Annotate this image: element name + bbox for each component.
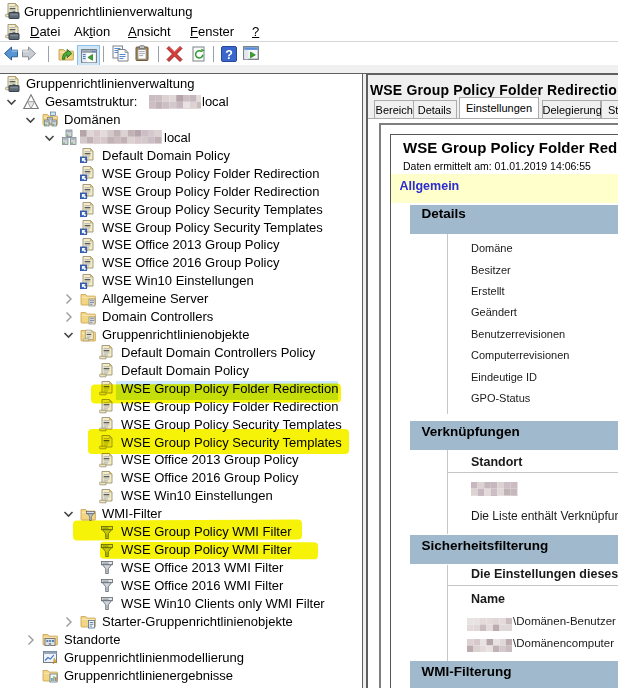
svg-text:?: ? [225, 48, 233, 62]
